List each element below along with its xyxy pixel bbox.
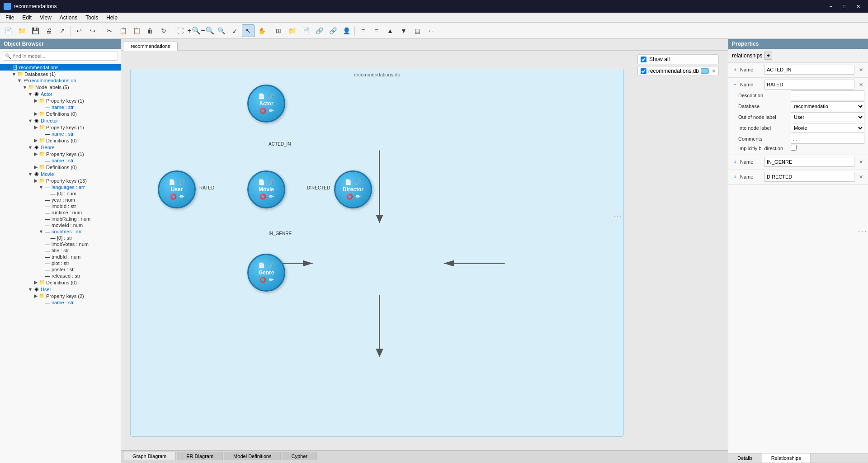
tree-movie-runtime[interactable]: — runtime : num bbox=[0, 209, 121, 216]
tb-expand[interactable]: ↔ bbox=[425, 24, 437, 37]
tree-genre-prop-name[interactable]: — name : str bbox=[0, 157, 121, 164]
tab-recommendations[interactable]: recommendations bbox=[123, 42, 178, 51]
tree-movie[interactable]: ▼ ◉ Movie bbox=[0, 170, 121, 177]
bottom-tab-graph[interactable]: Graph Diagram bbox=[123, 452, 176, 460]
prop-acted-in-input[interactable] bbox=[764, 65, 854, 75]
tb-export[interactable]: ↗ bbox=[56, 24, 69, 37]
tb-up[interactable]: ▲ bbox=[384, 24, 396, 37]
tb-zoomout[interactable]: −🔍 bbox=[201, 24, 214, 37]
tree-actor[interactable]: ▼ ◉ Actor bbox=[0, 90, 121, 97]
tree-movie-lang0[interactable]: — [0] : num bbox=[0, 190, 121, 197]
tb-select[interactable]: ↖ bbox=[242, 24, 255, 37]
tree-actor-propkeys[interactable]: ▶ 📁 Property keys (1) bbox=[0, 97, 121, 104]
tb-redo[interactable]: ↪ bbox=[86, 24, 99, 37]
tree-user-prop-name[interactable]: — name : str bbox=[0, 299, 121, 306]
node-director[interactable]: 📄 🔗 Director ⭕ ✏ bbox=[334, 170, 372, 208]
db-badge-close[interactable]: ✕ bbox=[712, 68, 716, 74]
tree-director[interactable]: ▼ ◉ Director bbox=[0, 117, 121, 124]
bottom-tab-cypher[interactable]: Cypher bbox=[282, 452, 316, 460]
tree-movie-imdbid[interactable]: — imdbId : str bbox=[0, 203, 121, 209]
tree-movie-imdbvotes[interactable]: — imdbVotes : num bbox=[0, 241, 121, 247]
tree-director-propkeys[interactable]: ▶ 📁 Property keys (1) bbox=[0, 124, 121, 131]
tree-genre[interactable]: ▼ ◉ Genre bbox=[0, 144, 121, 151]
tb-cut[interactable]: ✂ bbox=[103, 24, 116, 37]
prop-out-node-select[interactable]: User bbox=[791, 112, 864, 122]
props-tab-details[interactable]: Details bbox=[728, 454, 762, 463]
tb-fitall[interactable]: ⛶ bbox=[174, 24, 187, 37]
menu-help[interactable]: Help bbox=[103, 14, 121, 22]
prop-db-select[interactable]: recommendatio bbox=[791, 101, 864, 111]
tree-movie-plot[interactable]: — plot : str bbox=[0, 260, 121, 266]
tree-user-propkeys[interactable]: ▶ 📁 Property keys (2) bbox=[0, 293, 121, 299]
show-all-checkbox[interactable] bbox=[641, 57, 646, 62]
prop-directed-expand[interactable]: + bbox=[732, 174, 738, 180]
node-genre[interactable]: 📄 🔗 Genre ⭕ ✏ bbox=[247, 254, 285, 292]
tree-director-prop-name[interactable]: — name : str bbox=[0, 131, 121, 137]
tree-expand-root[interactable]: ▼ bbox=[5, 65, 12, 70]
tb-copy[interactable]: 📋 bbox=[117, 24, 129, 37]
tree-expand-dbname[interactable]: ▼ bbox=[16, 78, 23, 83]
tree-root[interactable]: ▼ 🗄 recommendations bbox=[0, 64, 121, 71]
tree-movie-movieid[interactable]: — movieId : num bbox=[0, 222, 121, 228]
node-user[interactable]: 📄 🔗 User ⭕ ✏ bbox=[158, 170, 196, 208]
db-checkbox[interactable] bbox=[641, 68, 646, 74]
tb-rows[interactable]: ▤ bbox=[411, 24, 424, 37]
tb-minimize[interactable]: ↙ bbox=[228, 24, 241, 37]
prop-into-node-select[interactable]: Movie bbox=[791, 123, 864, 133]
maximize-button[interactable]: □ bbox=[838, 2, 851, 11]
tree-expand-nodelabels[interactable]: ▼ bbox=[22, 85, 28, 90]
tree-expand-actor[interactable]: ▼ bbox=[27, 91, 33, 97]
menu-view[interactable]: View bbox=[36, 14, 55, 22]
minimize-button[interactable]: − bbox=[825, 2, 837, 11]
tree-movie-propkeys[interactable]: ▶ 📁 Property keys (13) bbox=[0, 177, 121, 184]
tb-zoomin[interactable]: +🔍 bbox=[188, 24, 200, 37]
bottom-tab-model[interactable]: Model Definitions bbox=[224, 452, 281, 460]
add-relationship-button[interactable]: + bbox=[764, 52, 772, 60]
tree-movie-year[interactable]: — year : num bbox=[0, 197, 121, 203]
tree-movie-poster[interactable]: — poster : str bbox=[0, 266, 121, 273]
tree-movie-languages[interactable]: ▼ — languages : arr bbox=[0, 184, 121, 190]
tree-movie-released[interactable]: — released : str bbox=[0, 273, 121, 279]
tb-undo[interactable]: ↩ bbox=[73, 24, 85, 37]
prop-acted-in-expand[interactable]: + bbox=[732, 67, 738, 72]
prop-acted-in-close[interactable]: ✕ bbox=[857, 66, 864, 73]
menu-edit[interactable]: Edit bbox=[19, 14, 35, 22]
bottom-tab-er[interactable]: ER Diagram bbox=[177, 452, 223, 460]
tb-print[interactable]: 🖨 bbox=[42, 24, 55, 37]
tb-paste[interactable]: 📋 bbox=[130, 24, 143, 37]
tree-db-name[interactable]: ▼ 🗃 recommendations.db bbox=[0, 77, 121, 84]
tree-movie-title[interactable]: — title : str bbox=[0, 247, 121, 254]
tb-user[interactable]: 👤 bbox=[340, 24, 353, 37]
tree-movie-countries[interactable]: ▼ — countries : arr bbox=[0, 228, 121, 235]
menu-actions[interactable]: Actions bbox=[56, 14, 81, 22]
tree-movie-tmdbid[interactable]: — tmdbId : num bbox=[0, 254, 121, 260]
prop-bidir-checkbox[interactable] bbox=[791, 145, 797, 151]
tree-genre-defs[interactable]: ▶ 📁 Definitions (0) bbox=[0, 164, 121, 170]
prop-rated-close[interactable]: ✕ bbox=[857, 81, 864, 88]
tb-new[interactable]: 📄 bbox=[2, 24, 14, 37]
tree-movie-countries0[interactable]: — [0] : str bbox=[0, 235, 121, 241]
tree-user[interactable]: ▼ ◉ User bbox=[0, 286, 121, 293]
tb-doc[interactable]: 📄 bbox=[299, 24, 312, 37]
tree-databases[interactable]: ▼ 📁 Databases (1) bbox=[0, 71, 121, 77]
tb-link[interactable]: 🔗 bbox=[313, 24, 326, 37]
tb-link2[interactable]: 🔗 bbox=[326, 24, 339, 37]
tb-open[interactable]: 📁 bbox=[15, 24, 28, 37]
prop-desc-input[interactable] bbox=[791, 90, 864, 100]
more-indicator-left[interactable]: ⋮ bbox=[130, 212, 623, 221]
tree-expand-db[interactable]: ▼ bbox=[11, 71, 17, 77]
prop-directed-input[interactable] bbox=[764, 172, 854, 182]
tree-movie-defs[interactable]: ▶ 📁 Definitions (0) bbox=[0, 279, 121, 286]
tb-list2[interactable]: ≡ bbox=[370, 24, 383, 37]
tree-genre-propkeys[interactable]: ▶ 📁 Property keys (1) bbox=[0, 151, 121, 157]
tb-folder2[interactable]: 📁 bbox=[286, 24, 298, 37]
tb-grid[interactable]: ⊞ bbox=[272, 24, 285, 37]
menu-file[interactable]: File bbox=[2, 14, 18, 22]
tree-movie-imdbrating[interactable]: — imdbRating : num bbox=[0, 216, 121, 222]
canvas-area[interactable]: Show all recommendations.db ✕ recommenda… bbox=[121, 51, 728, 450]
tb-list1[interactable]: ≡ bbox=[357, 24, 369, 37]
tb-zoomfit[interactable]: 🔍 bbox=[215, 24, 227, 37]
node-movie[interactable]: 📄 🔗 Movie ⭕ ✏ bbox=[247, 170, 285, 208]
more-indicator-right[interactable]: ⋮ bbox=[857, 227, 868, 236]
prop-directed-close[interactable]: ✕ bbox=[857, 173, 864, 180]
